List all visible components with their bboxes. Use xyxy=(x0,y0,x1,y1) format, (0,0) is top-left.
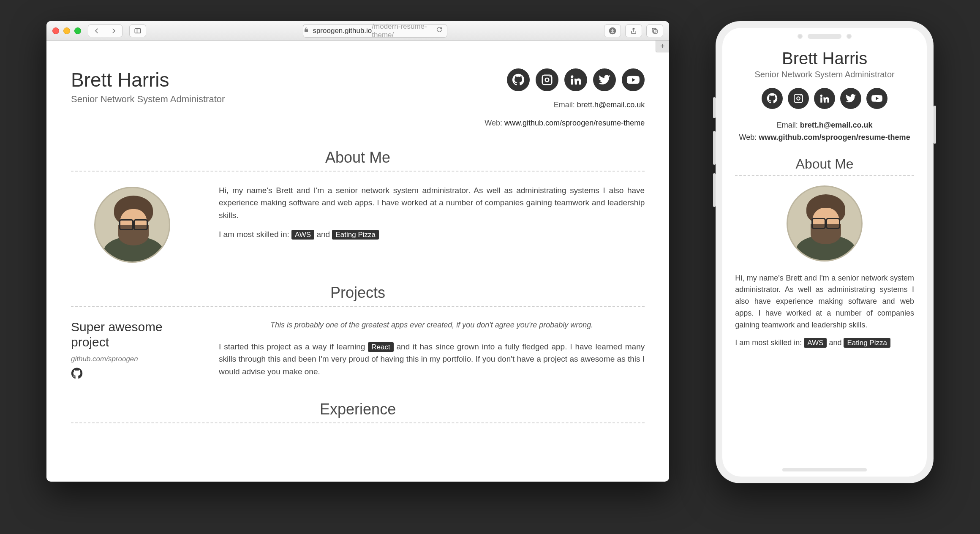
web-label: Web: xyxy=(485,119,502,127)
m-about-paragraph: Hi, my name's Brett and I'm a senior net… xyxy=(735,272,914,331)
phone-volume-up xyxy=(713,131,716,165)
youtube-icon xyxy=(627,74,640,86)
social-icons xyxy=(485,68,645,91)
project-quote: This is probably one of the greatest app… xyxy=(219,319,645,331)
header-left: Brett Harris Senior Network System Admin… xyxy=(71,68,225,105)
about-skills: I am most skilled in: AWS and Eating Piz… xyxy=(219,228,645,240)
email-value: brett.h@email.co.uk xyxy=(577,101,645,109)
github-icon xyxy=(512,74,525,86)
person-role: Senior Network System Administrator xyxy=(71,94,225,105)
project-chip: React xyxy=(368,342,393,352)
header-right: Email: brett.h@email.co.uk Web: www.gith… xyxy=(485,68,645,128)
phone-mock: Brett Harris Senior Network System Admin… xyxy=(716,21,934,483)
m-email-label: Email: xyxy=(777,121,798,129)
m-web-value: www.github.com/sproogen/resume-theme xyxy=(759,133,910,142)
m-skill-chip-1: AWS xyxy=(804,338,827,348)
github-link[interactable] xyxy=(507,68,530,91)
project-desc-a: I started this project as a way if learn… xyxy=(219,342,368,351)
m-instagram-link[interactable] xyxy=(788,88,809,109)
project-left: Super awesome project github.com/sprooge… xyxy=(71,319,193,379)
m-skills-join: and xyxy=(829,338,841,347)
chevron-left-icon xyxy=(93,27,101,35)
divider xyxy=(71,422,645,423)
linkedin-icon xyxy=(819,93,830,104)
tabs-button[interactable] xyxy=(646,25,663,37)
avatar-illustration xyxy=(95,188,169,262)
m-about-text: Hi, my name's Brett and I'm a senior net… xyxy=(735,272,914,349)
m-avatar-illustration xyxy=(788,187,861,260)
m-avatar xyxy=(787,185,863,262)
m-person-name: Brett Harris xyxy=(735,49,914,68)
instagram-icon xyxy=(541,74,553,86)
instagram-icon xyxy=(793,93,804,104)
m-social-icons xyxy=(735,88,914,109)
back-button[interactable] xyxy=(88,25,105,37)
project-title: Super awesome project xyxy=(71,319,193,350)
phone-volume-down xyxy=(713,173,716,207)
about-text: Hi, my name's Brett and I'm a senior net… xyxy=(219,184,645,263)
sidebar-toggle-button[interactable] xyxy=(129,25,146,37)
nav-back-forward xyxy=(88,25,122,37)
close-window-button[interactable] xyxy=(52,27,59,34)
contact-email: Email: brett.h@email.co.uk xyxy=(485,101,645,109)
section-projects-title: Projects xyxy=(71,284,645,302)
section-about-title: About Me xyxy=(71,149,645,166)
m-divider xyxy=(735,175,914,176)
skills-join: and xyxy=(316,230,330,239)
avatar-wrap xyxy=(71,184,193,263)
url-host: sproogen.github.io xyxy=(313,27,372,35)
m-web-label: Web: xyxy=(739,133,757,142)
email-label: Email: xyxy=(554,101,575,109)
m-twitter-link[interactable] xyxy=(840,88,861,109)
github-icon xyxy=(71,368,83,379)
about-paragraph: Hi, my name's Brett and I'm a senior net… xyxy=(219,184,645,221)
downloads-button[interactable] xyxy=(604,25,621,37)
download-icon xyxy=(608,27,617,35)
lock-icon xyxy=(303,27,309,35)
project-link[interactable]: github.com/sproogen xyxy=(71,355,193,363)
m-linkedin-link[interactable] xyxy=(814,88,835,109)
youtube-icon xyxy=(871,93,882,104)
web-value: www.github.com/sproogen/resume-theme xyxy=(504,119,645,127)
m-skill-chip-2: Eating Pizza xyxy=(844,338,890,348)
youtube-link[interactable] xyxy=(622,68,645,91)
skill-chip-1: AWS xyxy=(291,230,314,240)
m-youtube-link[interactable] xyxy=(866,88,887,109)
project-github-link[interactable] xyxy=(71,368,83,379)
chevron-right-icon xyxy=(110,27,117,35)
browser-titlebar: sproogen.github.io/modern-resume-theme/ xyxy=(46,21,669,41)
linkedin-link[interactable] xyxy=(564,68,587,91)
skills-lead: I am most skilled in: xyxy=(219,230,289,239)
twitter-link[interactable] xyxy=(593,68,616,91)
window-controls xyxy=(52,27,81,34)
toolbar-right xyxy=(604,25,663,37)
maximize-window-button[interactable] xyxy=(74,27,81,34)
person-name: Brett Harris xyxy=(71,68,225,91)
m-skills-lead: I am most skilled in: xyxy=(735,338,802,347)
phone-power-button xyxy=(934,106,936,144)
minimize-window-button[interactable] xyxy=(63,27,70,34)
phone-side-button xyxy=(713,97,716,118)
phone-notch xyxy=(798,34,852,39)
reload-icon xyxy=(436,26,443,33)
new-tab-button[interactable]: + xyxy=(656,41,669,52)
forward-button[interactable] xyxy=(105,25,122,37)
github-icon xyxy=(767,93,778,104)
twitter-icon xyxy=(598,74,611,86)
m-avatar-wrap xyxy=(735,185,914,262)
m-section-about: About Me xyxy=(735,156,914,172)
skill-chip-2: Eating Pizza xyxy=(332,230,379,240)
m-github-link[interactable] xyxy=(762,88,783,109)
share-icon xyxy=(630,27,637,35)
m-contact: Email: brett.h@email.co.uk Web: www.gith… xyxy=(735,119,914,144)
tabs-icon xyxy=(651,27,659,35)
phone-home-bar xyxy=(782,468,867,471)
share-button[interactable] xyxy=(625,25,642,37)
project-description: I started this project as a way if learn… xyxy=(219,341,645,378)
avatar xyxy=(94,187,170,263)
url-bar[interactable]: sproogen.github.io/modern-resume-theme/ xyxy=(303,24,447,38)
instagram-link[interactable] xyxy=(536,68,558,91)
divider xyxy=(71,306,645,307)
page-content: Brett Harris Senior Network System Admin… xyxy=(46,41,669,482)
reload-button[interactable] xyxy=(436,26,443,35)
